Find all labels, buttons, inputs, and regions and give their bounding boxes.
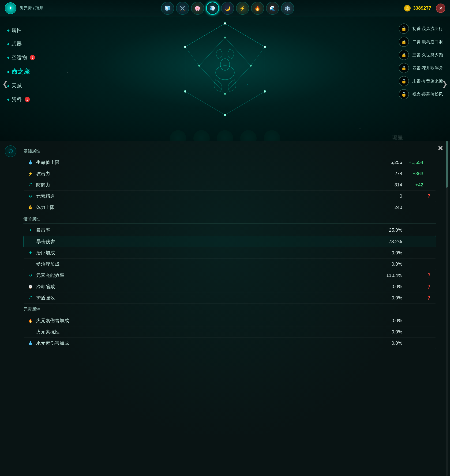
- nav-item-tiancai[interactable]: 天赋: [5, 79, 42, 93]
- stat-help-shield_strength[interactable]: ❓: [426, 296, 432, 300]
- stat-bonus-def: +42: [404, 182, 423, 188]
- stat-help-er[interactable]: ❓: [426, 273, 432, 278]
- constellation-name-c6: 祝言·霞幕倾松风: [412, 91, 443, 97]
- stat-name-incoming_heal: 受治疗加成: [36, 261, 381, 267]
- stat-icon-hydro_dmg: 💧: [27, 341, 34, 345]
- stat-icon-hp: 💧: [27, 160, 34, 165]
- nav-arrow-left[interactable]: ❮: [2, 80, 8, 88]
- svg-point-12: [224, 93, 226, 95]
- stat-icon-er: ↺: [27, 273, 34, 278]
- stat-value-def: 314: [384, 182, 402, 188]
- stat-icon-cd_reduction: ⌚: [27, 285, 34, 289]
- svg-line-15: [251, 47, 265, 66]
- constellation-item-c4[interactable]: 🔒四番·花月歌浮舟: [399, 63, 443, 73]
- char-tab-char6[interactable]: ⚡: [236, 2, 249, 15]
- char-tab-char9[interactable]: ❄️: [281, 2, 294, 15]
- stat-value-atk: 278: [384, 171, 402, 176]
- svg-line-17: [185, 24, 225, 47]
- stat-row-cd_reduction: ⌚冷却缩减0.0%❓: [24, 281, 436, 292]
- nav-item-mingzhizuo[interactable]: 命之座: [5, 64, 42, 79]
- scroll-track[interactable]: [446, 141, 448, 476]
- char-tab-char7[interactable]: 🔥: [251, 2, 264, 15]
- stats-panel: ✕ ⬡ 基础属性💧生命值上限5,256+1,554⚡攻击力278+363🛡防御力…: [0, 141, 450, 476]
- stat-help-cd_reduction[interactable]: ❓: [426, 285, 432, 289]
- nav-item-wuqi[interactable]: 武器: [5, 37, 42, 51]
- constellation-lock-c3: 🔒: [399, 50, 409, 60]
- stat-row-crit_dmg: 暴击伤害78.2%: [24, 236, 436, 247]
- scroll-thumb[interactable]: [446, 141, 448, 188]
- stats-close-button[interactable]: ✕: [438, 144, 443, 152]
- stat-help-em[interactable]: ❓: [426, 194, 432, 198]
- char-tab-char8[interactable]: 🌊: [266, 2, 279, 15]
- stat-name-em: 元素精通: [36, 193, 381, 199]
- svg-point-3: [220, 59, 230, 70]
- stat-row-hp: 💧生命值上限5,256+1,554: [24, 157, 436, 168]
- constellation-list: 🔒初番·茂风流羽行🔒二番·朧岛崩白浪🔒三番·久世舞夕颜🔒四番·花月歌浮舟🔒末番·…: [399, 24, 443, 99]
- nav-item-label-mingzhizuo: 命之座: [12, 67, 30, 76]
- section-title-advanced: 进阶属性: [24, 213, 436, 224]
- logo-area: ✦ 风元素 / 琉星: [5, 2, 44, 14]
- stat-row-shield_strength: 🛡护盾强效0.0%❓: [24, 292, 436, 304]
- constellation-item-c5[interactable]: 🔒末番·今昔旋来殿: [399, 76, 443, 86]
- stat-row-heal_bonus: ✚治疗加成0.0%: [24, 247, 436, 259]
- svg-line-14: [225, 24, 265, 47]
- character-tabs: 🧊⚔️🌸💨🌙⚡🔥🌊❄️: [51, 2, 404, 15]
- currency-icon: 🪙: [404, 5, 411, 12]
- nav-item-ziliao[interactable]: 资料1: [5, 93, 42, 106]
- stat-icon-pyro_dmg: 🔥: [27, 318, 34, 323]
- stat-row-pyro_res: 火元素抗性0.0%: [24, 326, 436, 338]
- stat-row-pyro_dmg: 🔥火元素伤害加成0.0%: [24, 315, 436, 326]
- nav-item-shuxing[interactable]: 属性: [5, 24, 42, 37]
- constellation-item-c6[interactable]: 🔒祝言·霞幕倾松风: [399, 89, 443, 99]
- constellation-name-c2: 二番·朧岛崩白浪: [412, 39, 443, 45]
- stat-name-def: 防御力: [36, 182, 381, 188]
- stat-value-shield_strength: 0.0%: [384, 295, 402, 301]
- svg-line-16: [185, 47, 199, 66]
- svg-point-22: [225, 114, 225, 115]
- stat-icon-heal_bonus: ✚: [27, 251, 34, 255]
- char-tab-char1[interactable]: 🧊: [161, 2, 174, 15]
- stat-row-crit_rate: ✦暴击率25.0%: [24, 225, 436, 236]
- stat-row-def: 🛡防御力314+42: [24, 179, 436, 191]
- left-navigation: 属性武器圣遗物2命之座天赋资料1: [0, 16, 47, 113]
- stat-bonus-hp: +1,554: [404, 160, 423, 165]
- currency-amount: 3389277: [413, 5, 431, 11]
- currency-area: 🪙 3389277: [404, 5, 431, 12]
- header-close-button[interactable]: ✕: [436, 4, 445, 13]
- game-header: ✦ 风元素 / 琉星 🧊⚔️🌸💨🌙⚡🔥🌊❄️ 🪙 3389277 ✕: [0, 0, 450, 16]
- svg-point-10: [224, 36, 226, 38]
- nav-breadcrumb: 风元素 / 琉星: [19, 5, 44, 11]
- char-tab-char2[interactable]: ⚔️: [176, 2, 189, 15]
- stat-name-crit_rate: 暴击率: [36, 227, 381, 233]
- constellation-lock-c5: 🔒: [399, 76, 409, 86]
- constellation-item-c2[interactable]: 🔒二番·朧岛崩白浪: [399, 36, 443, 47]
- nav-item-label-shengyiwu: 圣遗物: [12, 54, 27, 61]
- constellation-item-c3[interactable]: 🔒三番·久世舞夕颜: [399, 50, 443, 60]
- stat-value-er: 110.4%: [384, 273, 402, 278]
- stat-icon-em: ⚙: [27, 194, 34, 198]
- stat-row-er: ↺元素充能效率110.4%❓: [24, 270, 436, 281]
- stat-name-hydro_dmg: 水元素伤害加成: [36, 340, 381, 346]
- stat-row-incoming_heal: 受治疗加成0.0%: [24, 259, 436, 270]
- char-tab-char4[interactable]: 💨: [206, 2, 219, 15]
- constellation-name-c4: 四番·花月歌浮舟: [412, 65, 443, 71]
- nav-item-label-tiancai: 天赋: [12, 82, 22, 89]
- char-tab-char3[interactable]: 🌸: [191, 2, 204, 15]
- nav-item-label-shuxing: 属性: [12, 27, 22, 34]
- stat-row-em: ⚙元素精通0❓: [24, 191, 436, 202]
- svg-point-18: [224, 23, 226, 24]
- stat-name-stamina: 体力上限: [36, 204, 381, 211]
- stat-value-hydro_dmg: 0.0%: [384, 340, 402, 346]
- stat-value-crit_rate: 25.0%: [384, 227, 402, 233]
- svg-point-21: [264, 91, 265, 92]
- stat-value-pyro_dmg: 0.0%: [384, 318, 402, 323]
- char-tab-char5[interactable]: 🌙: [221, 2, 234, 15]
- stat-value-stamina: 240: [384, 205, 402, 210]
- constellation-item-c1[interactable]: 🔒初番·茂风流羽行: [399, 24, 443, 34]
- constellation-lock-c2: 🔒: [399, 36, 409, 47]
- nav-item-shengyiwu[interactable]: 圣遗物2: [5, 51, 42, 64]
- stat-name-er: 元素充能效率: [36, 272, 381, 279]
- stat-value-incoming_heal: 0.0%: [384, 262, 402, 267]
- stat-name-shield_strength: 护盾强效: [36, 295, 381, 301]
- constellation-lock-c6: 🔒: [399, 89, 409, 99]
